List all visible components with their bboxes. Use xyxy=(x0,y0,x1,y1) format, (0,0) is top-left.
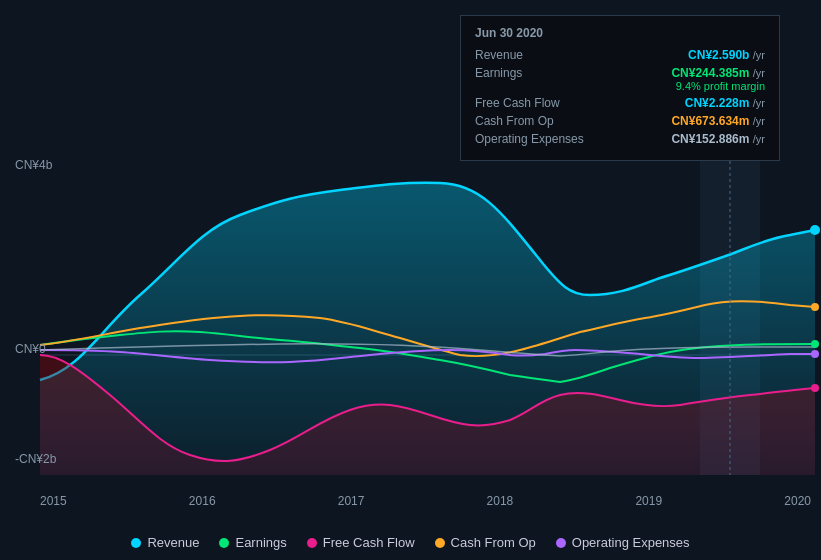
tooltip-value-revenue: CN¥2.590b /yr xyxy=(688,48,765,62)
x-label-2016: 2016 xyxy=(189,494,216,508)
legend-item-earnings[interactable]: Earnings xyxy=(219,535,286,550)
legend-label-cashfromop: Cash From Op xyxy=(451,535,536,550)
tooltip-value-fcf: CN¥2.228m /yr xyxy=(685,96,765,110)
data-tooltip: Jun 30 2020 Revenue CN¥2.590b /yr Earnin… xyxy=(460,15,780,161)
svg-point-3 xyxy=(810,225,820,235)
tooltip-profit-margin: 9.4% profit margin xyxy=(671,80,765,92)
legend-item-fcf[interactable]: Free Cash Flow xyxy=(307,535,415,550)
x-label-2019: 2019 xyxy=(635,494,662,508)
tooltip-row-cashfromop: Cash From Op CN¥673.634m /yr xyxy=(475,114,765,128)
legend-item-cashfromop[interactable]: Cash From Op xyxy=(435,535,536,550)
legend-label-opex: Operating Expenses xyxy=(572,535,690,550)
legend-label-earnings: Earnings xyxy=(235,535,286,550)
legend-dot-fcf xyxy=(307,538,317,548)
legend-item-opex[interactable]: Operating Expenses xyxy=(556,535,690,550)
legend-dot-cashfromop xyxy=(435,538,445,548)
svg-point-5 xyxy=(811,303,819,311)
x-label-2017: 2017 xyxy=(338,494,365,508)
tooltip-value-earnings: CN¥244.385m /yr xyxy=(671,66,765,80)
x-label-2015: 2015 xyxy=(40,494,67,508)
tooltip-row-earnings: Earnings CN¥244.385m /yr 9.4% profit mar… xyxy=(475,66,765,92)
x-axis: 2015 2016 2017 2018 2019 2020 xyxy=(40,494,811,508)
tooltip-value-opex: CN¥152.886m /yr xyxy=(671,132,765,146)
tooltip-label-revenue: Revenue xyxy=(475,48,595,62)
tooltip-row-fcf: Free Cash Flow CN¥2.228m /yr xyxy=(475,96,765,110)
legend-dot-earnings xyxy=(219,538,229,548)
legend-label-fcf: Free Cash Flow xyxy=(323,535,415,550)
tooltip-label-earnings: Earnings xyxy=(475,66,595,80)
tooltip-label-opex: Operating Expenses xyxy=(475,132,595,146)
chart-container: CN¥4b CN¥0 -CN¥2b 2015 2016 2017 2018 20… xyxy=(0,0,821,560)
svg-point-4 xyxy=(811,340,819,348)
legend-dot-revenue xyxy=(131,538,141,548)
y-axis-mid-label: CN¥0 xyxy=(15,342,46,356)
tooltip-label-cashfromop: Cash From Op xyxy=(475,114,595,128)
tooltip-label-fcf: Free Cash Flow xyxy=(475,96,595,110)
tooltip-row-opex: Operating Expenses CN¥152.886m /yr xyxy=(475,132,765,146)
x-label-2018: 2018 xyxy=(487,494,514,508)
chart-legend: Revenue Earnings Free Cash Flow Cash Fro… xyxy=(0,535,821,550)
y-axis-top-label: CN¥4b xyxy=(15,158,52,172)
tooltip-row-revenue: Revenue CN¥2.590b /yr xyxy=(475,48,765,62)
tooltip-value-cashfromop: CN¥673.634m /yr xyxy=(671,114,765,128)
legend-label-revenue: Revenue xyxy=(147,535,199,550)
y-axis-bot-label: -CN¥2b xyxy=(15,452,56,466)
legend-item-revenue[interactable]: Revenue xyxy=(131,535,199,550)
svg-point-7 xyxy=(811,384,819,392)
tooltip-title: Jun 30 2020 xyxy=(475,26,765,40)
legend-dot-opex xyxy=(556,538,566,548)
x-label-2020: 2020 xyxy=(784,494,811,508)
svg-point-6 xyxy=(811,350,819,358)
